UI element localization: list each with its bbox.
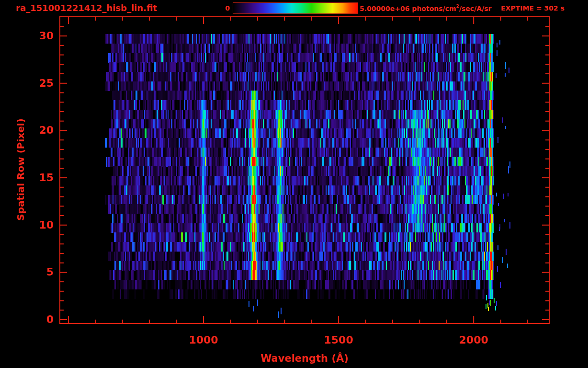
exptime-label: EXPTIME = 302 s — [501, 4, 565, 12]
x-axis-title: Wavelength (Å) — [228, 353, 381, 364]
colorbar-unit-suffix: /sec/A/sr — [459, 5, 492, 12]
colorbar-gradient — [233, 2, 358, 14]
y-tick-label: 25 — [27, 78, 54, 89]
x-tick-label: 1500 — [317, 334, 360, 346]
y-tick-label: 0 — [27, 314, 54, 325]
colorbar-min-label: 0 — [216, 4, 230, 12]
y-tick-label: 10 — [27, 220, 54, 230]
y-tick-label: 30 — [27, 31, 54, 41]
y-tick-label: 15 — [27, 172, 54, 183]
spectrum-viewer-window: ra_151001221412_hisb_lin.fit 0 5.00000e+… — [0, 0, 588, 368]
x-tick-label: 1000 — [182, 334, 225, 346]
colorbar-unit-superscript: 2 — [456, 4, 459, 9]
y-axis-title: Spatial Row (Pixel) — [15, 98, 27, 242]
y-tick-label: 20 — [27, 125, 54, 136]
colorbar-max-label: 5.00000e+06 photons/cm2/sec/A/sr — [360, 4, 491, 12]
x-tick-label: 2000 — [452, 334, 495, 346]
colorbar-unit-prefix: photons/cm — [409, 5, 456, 12]
colorbar-max-value: 5.00000e+06 — [360, 5, 409, 12]
file-title: ra_151001221412_hisb_lin.fit — [16, 3, 157, 13]
y-tick-label: 5 — [27, 267, 54, 277]
spectrum-heatmap — [61, 18, 548, 322]
